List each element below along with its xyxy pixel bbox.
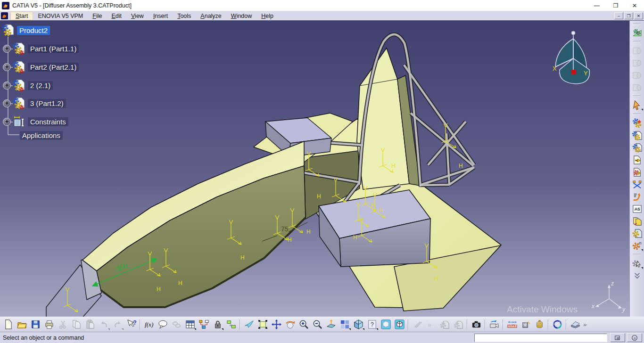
normal-view-icon[interactable] bbox=[325, 318, 337, 331]
command-input[interactable] bbox=[474, 334, 607, 342]
tree-item-label[interactable]: Part2 (Part2.1) bbox=[28, 63, 79, 72]
menu-start[interactable]: Start bbox=[10, 12, 33, 20]
menu-bar: StartENOVIA V5 VPMFileEditViewInsertTool… bbox=[0, 11, 644, 21]
annotation-frame-icon[interactable]: A5 bbox=[631, 203, 643, 215]
part-icon[interactable] bbox=[13, 42, 25, 55]
restore-button[interactable]: ❐ bbox=[606, 0, 625, 11]
compass-anchor[interactable] bbox=[571, 70, 576, 74]
camera-icon[interactable] bbox=[470, 318, 482, 331]
coincidence-constraint-icon[interactable] bbox=[631, 178, 643, 190]
measure-between-icon[interactable] bbox=[506, 318, 518, 331]
new-part-icon[interactable] bbox=[631, 129, 643, 141]
dialog-toggle-icon[interactable] bbox=[610, 333, 625, 342]
toolbar-separator bbox=[633, 96, 641, 97]
formula-fx-icon[interactable]: f(x) bbox=[143, 318, 155, 331]
collapse-icon[interactable] bbox=[631, 270, 643, 282]
menu-edit[interactable]: Edit bbox=[107, 12, 126, 20]
constraints-icon[interactable] bbox=[13, 115, 25, 128]
svg-text:H: H bbox=[240, 254, 245, 261]
fit-all-in-icon[interactable] bbox=[256, 318, 269, 331]
child-restore-button[interactable]: ❐ bbox=[624, 12, 633, 19]
rotate-icon[interactable] bbox=[284, 318, 296, 331]
fly-mode-icon[interactable] bbox=[243, 318, 255, 331]
menu-view[interactable]: View bbox=[126, 12, 149, 20]
child-close-button[interactable]: ✕ bbox=[634, 12, 643, 19]
lock-icon[interactable] bbox=[211, 318, 223, 331]
expand-plus-icon[interactable]: + bbox=[3, 99, 11, 107]
knowledge-browser-icon[interactable]: a bbox=[627, 333, 642, 342]
expand-plus-icon[interactable]: + bbox=[3, 45, 11, 53]
instances-icon[interactable]: n bbox=[631, 239, 643, 252]
equivalent-dimensions-icon[interactable]: = bbox=[225, 318, 237, 331]
tree-item-label[interactable]: Constraints bbox=[28, 117, 68, 126]
menu-window[interactable]: Window bbox=[226, 12, 256, 20]
quad-view-icon[interactable] bbox=[339, 318, 351, 331]
manipulation-icon[interactable] bbox=[631, 257, 643, 270]
tree-item-label[interactable]: Applications bbox=[20, 131, 63, 140]
expand-plus-icon[interactable]: + bbox=[3, 63, 11, 71]
svg-text:Y: Y bbox=[584, 70, 588, 77]
existing-component-icon[interactable] bbox=[631, 154, 643, 166]
right-toolbar: A5n2SCATIA bbox=[629, 21, 644, 317]
update-swirl-icon[interactable] bbox=[551, 318, 563, 331]
update-icon[interactable] bbox=[631, 26, 643, 39]
menu-file[interactable]: File bbox=[88, 12, 107, 20]
paste-icon bbox=[84, 318, 96, 331]
tree-item-label[interactable]: 3 (Part1.2) bbox=[28, 99, 66, 108]
menu-tools[interactable]: Tools bbox=[173, 12, 196, 20]
minimize-button[interactable]: — bbox=[587, 0, 606, 11]
new-component-icon[interactable] bbox=[631, 117, 643, 129]
part-icon[interactable] bbox=[13, 97, 25, 110]
whats-this-help-icon[interactable]: ? bbox=[125, 318, 137, 331]
menu-insert[interactable]: Insert bbox=[149, 12, 173, 20]
reorder-docs-icon[interactable] bbox=[631, 215, 643, 227]
existing-positioned-icon[interactable] bbox=[631, 166, 643, 178]
menu-analyze[interactable]: Analyze bbox=[196, 12, 226, 20]
toolbar-separator bbox=[633, 254, 641, 255]
expand-plus-icon[interactable]: + bbox=[3, 82, 11, 90]
smart-move-icon[interactable] bbox=[631, 190, 643, 203]
part-icon[interactable] bbox=[13, 79, 25, 92]
svg-text:H: H bbox=[178, 280, 182, 286]
tree-item-label[interactable]: Part1 (Part1.1) bbox=[28, 44, 79, 53]
zoom-out-icon[interactable] bbox=[311, 318, 323, 331]
measure-item-icon[interactable] bbox=[520, 318, 532, 331]
open-folder-icon[interactable] bbox=[16, 318, 28, 331]
tree-row: Applications bbox=[20, 128, 63, 142]
pan-icon[interactable] bbox=[270, 318, 282, 331]
close-button[interactable]: ✕ bbox=[625, 0, 644, 11]
comment-icon[interactable] bbox=[157, 318, 169, 331]
part-icon[interactable] bbox=[13, 61, 25, 74]
shading-edges-icon[interactable] bbox=[393, 318, 405, 331]
child-minimize-button[interactable]: – bbox=[614, 12, 623, 19]
design-table-icon[interactable] bbox=[184, 318, 196, 331]
tree-item-label[interactable]: 2 (2.1) bbox=[28, 81, 53, 90]
svg-text:n: n bbox=[639, 240, 641, 245]
depth-effect-icon[interactable] bbox=[569, 318, 581, 331]
zoom-in-icon[interactable] bbox=[297, 318, 310, 331]
svg-text:X: X bbox=[553, 65, 557, 72]
toolbar-separator bbox=[503, 319, 504, 330]
shading-icon[interactable] bbox=[380, 318, 392, 331]
menu-enovia-v5-vpm[interactable]: ENOVIA V5 VPM bbox=[33, 12, 88, 20]
save-icon[interactable] bbox=[29, 318, 41, 331]
video-capture-icon[interactable] bbox=[488, 318, 500, 331]
expand-plus-icon[interactable]: + bbox=[3, 118, 11, 126]
new-product-icon[interactable] bbox=[631, 141, 643, 154]
iso-view-icon[interactable] bbox=[352, 318, 364, 331]
mass-properties-icon[interactable] bbox=[533, 318, 545, 331]
hide-show-icon[interactable]: ? bbox=[366, 318, 378, 331]
relations-icon[interactable] bbox=[198, 318, 210, 331]
generate-numbering-icon[interactable] bbox=[631, 227, 643, 239]
print-icon[interactable] bbox=[43, 318, 55, 331]
more-tools-chevron[interactable]: » bbox=[583, 321, 586, 328]
select-arrow-icon[interactable] bbox=[631, 99, 643, 111]
tree-item-label[interactable]: Product2 bbox=[17, 26, 50, 35]
dmu-disabled-icon bbox=[411, 318, 423, 331]
svg-text:?: ? bbox=[133, 319, 137, 326]
toolbar-separator bbox=[485, 319, 486, 330]
product-icon[interactable] bbox=[2, 24, 15, 37]
new-document-icon[interactable] bbox=[2, 318, 14, 331]
catalog-icon bbox=[631, 57, 643, 69]
menu-help[interactable]: Help bbox=[256, 12, 278, 20]
